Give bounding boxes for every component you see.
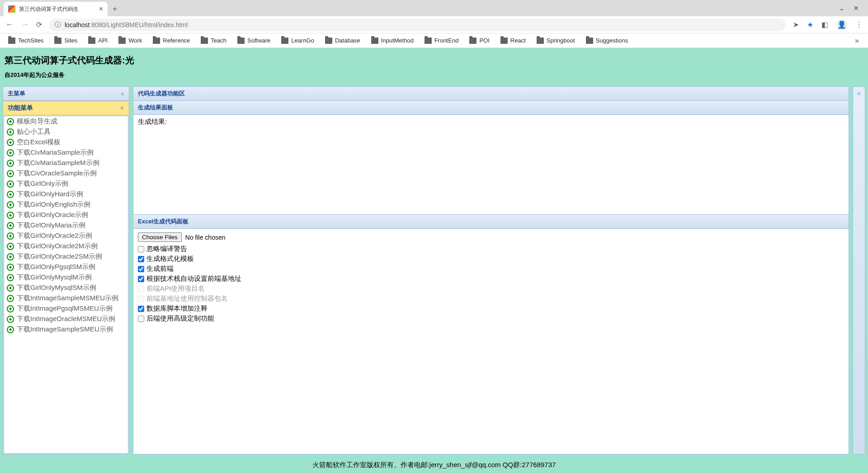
profile-avatar[interactable]: 👤 [836,19,847,30]
bookmark-item[interactable]: Springboot [533,35,579,46]
plus-icon [7,243,14,250]
file-chooser-row: Choose Files No file chosen [138,232,844,242]
bookmark-item[interactable]: POI [466,35,493,46]
menu-item[interactable]: 下载GirlOnlyPgsqlSM示例 [4,262,128,272]
folder-icon [325,38,332,44]
bookmark-item[interactable]: Software [234,35,274,46]
bookmark-item[interactable]: Database [321,35,364,46]
folder-icon [8,38,15,44]
menu-item[interactable]: 下载GirlOnlyEnglish示例 [4,199,128,210]
bookmark-label: Software [247,37,270,44]
bookmark-item[interactable]: Reference [149,35,193,46]
menu-item-label: 下载GirlOnlyMaria示例 [17,221,85,230]
reload-button[interactable]: ⟳ [36,20,42,29]
option-checkbox[interactable] [138,256,144,262]
browser-tab[interactable]: 第三代动词算子式代码生 × [4,2,108,16]
menu-item-label: 下载CivOracleSample示例 [17,169,97,178]
menu-item[interactable]: 下载GirlOnlyMaria示例 [4,220,128,231]
close-window-icon[interactable]: ✕ [854,5,859,12]
bookmark-label: Reference [163,37,190,44]
menu-item[interactable]: 下载CivOracleSample示例 [4,168,128,179]
menu-item[interactable]: 下载GirlOnlyMysqlSM示例 [4,283,128,293]
tab-title: 第三代动词算子式代码生 [19,5,95,13]
bookmarks-overflow-icon[interactable]: » [850,37,863,45]
option-checkbox[interactable] [138,316,144,322]
bookmark-item[interactable]: Sites [51,35,81,46]
menu-item[interactable]: 下载GirlOnlyMysqlM示例 [4,272,128,283]
option-checkbox[interactable] [138,306,144,312]
menu-item[interactable]: 贴心小工具 [4,127,128,137]
forward-button[interactable]: → [21,20,29,29]
app-subtitle: 自2014年起为公众服务 [5,71,863,79]
collapse-up-icon[interactable]: « [119,106,126,110]
menu-item[interactable]: 下载IntImagePgsqlMSMEU示例 [4,303,128,314]
bookmark-label: React [510,37,526,44]
menu-item[interactable]: 下载GirlOnly示例 [4,179,128,189]
menu-item-label: 下载IntImageOracleMSMEU示例 [17,315,115,323]
plus-icon [7,222,14,229]
close-icon[interactable]: × [99,5,103,13]
bookmark-item[interactable]: React [497,35,529,46]
new-tab-button[interactable]: + [108,2,122,16]
bookmark-label: Sites [64,37,77,44]
option-checkbox[interactable] [138,266,144,272]
option-row: 生成格式化模板 [138,255,844,263]
bookmark-item[interactable]: LearnGo [278,35,318,46]
plus-icon [7,212,14,219]
bookmark-star-icon[interactable]: ★ [807,20,813,29]
menu-item-label: 下载IntImageSampleSMEU示例 [17,325,113,334]
func-menu-header[interactable]: 功能菜单 « [3,101,129,115]
minimize-icon[interactable]: ⌄ [839,5,844,12]
bookmark-item[interactable]: Suggestions [582,35,632,46]
menu-item[interactable]: 下载IntImageSampleSMEU示例 [4,324,128,335]
menu-item[interactable]: 下载GirlOnlyOracle2SM示例 [4,251,128,262]
plus-icon [7,160,14,167]
menu-item[interactable]: 下载GirlOnlyOracle2M示例 [4,241,128,251]
site-info-icon[interactable]: ⓘ [55,21,61,29]
send-icon[interactable]: ➤ [793,20,799,29]
browser-tab-bar: 第三代动词算子式代码生 × + ⌄ ✕ [0,0,868,16]
menu-item[interactable]: 下载IntImageSampleMSMEU示例 [4,293,128,303]
menu-item[interactable]: 下载CivMariaSampleM示例 [4,158,128,168]
back-button[interactable]: ← [5,20,14,29]
folder-icon [153,38,160,44]
menu-item[interactable]: 下载GirlOnlyOracle2示例 [4,231,128,241]
bookmark-item[interactable]: API [85,35,111,46]
bookmark-item[interactable]: TechSites [5,35,47,46]
bookmark-item[interactable]: Teach [197,35,230,46]
bookmark-item[interactable]: InputMethod [368,35,417,46]
menu-item-label: 下载GirlOnlyOracle2示例 [17,232,92,240]
plus-icon [7,139,14,146]
option-label: 前端基地址使用控制器包名 [146,294,228,303]
panel-icon[interactable]: ◧ [821,20,828,29]
folder-icon [201,38,208,44]
bookmark-label: Suggestions [596,37,628,44]
choose-files-button[interactable]: Choose Files [138,232,182,242]
menu-item[interactable]: 下载GirlOnlyOracle示例 [4,210,128,220]
menu-item[interactable]: 下载CivMariaSample示例 [4,147,128,158]
toolbar-right: ➤ ★ ◧ 👤 ⋮ [793,19,863,30]
right-collapsed-panel[interactable]: « [853,86,865,454]
options-list: 忽略编译警告生成格式化模板生成前端根据技术栈自动设置前端基地址前端API使用项目… [138,245,844,323]
bookmark-item[interactable]: Work [115,35,146,46]
plus-icon [7,191,14,198]
expand-right-icon[interactable]: « [857,90,861,97]
menu-icon[interactable]: ⋮ [855,20,863,29]
bookmark-label: Teach [211,37,226,44]
menu-item[interactable]: 下载IntImageOracleMSMEU示例 [4,314,128,324]
collapse-left-icon[interactable]: « [121,90,124,97]
address-bar[interactable]: ⓘ localhost:8080/LightSBMEU/html/index.h… [49,19,786,31]
menu-item[interactable]: 空白Excel模板 [4,137,128,147]
option-checkbox[interactable] [138,276,144,282]
folder-icon [54,38,61,44]
menu-list[interactable]: 模板向导生成贴心小工具空白Excel模板下载CivMariaSample示例下载… [4,116,128,454]
menu-item[interactable]: 模板向导生成 [4,116,128,127]
bookmark-label: API [98,37,108,44]
option-checkbox[interactable] [138,246,144,252]
url-host: localhost [65,21,90,28]
bookmark-label: InputMethod [381,37,414,44]
plus-icon [7,274,14,281]
bookmark-item[interactable]: FrontEnd [421,35,462,46]
menu-item[interactable]: 下载GirlOnlyHard示例 [4,189,128,199]
menu-item-label: 下载CivMariaSampleM示例 [17,159,99,167]
